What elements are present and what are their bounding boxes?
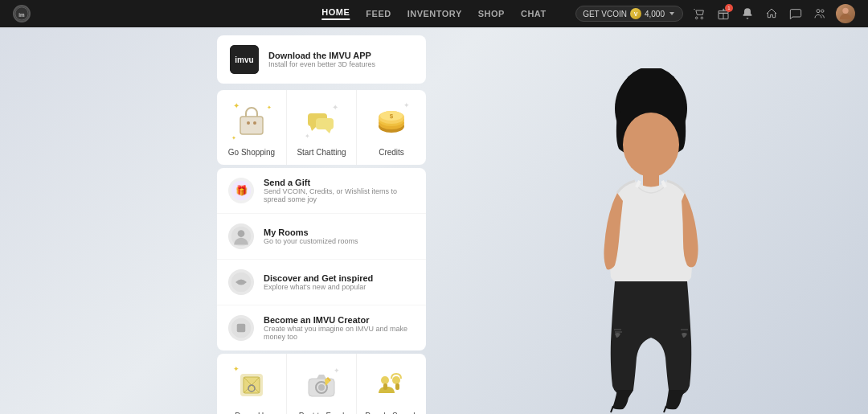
imvu-logo-icon: im: [13, 5, 31, 23]
action-cards: ✦ ✦ ✦ Go Shopping ✦ ✦: [217, 90, 426, 165]
chatting-icon-wrap: ✦ ✦: [301, 101, 342, 141]
svg-rect-13: [316, 118, 334, 129]
svg-point-4: [817, 10, 820, 13]
svg-point-34: [318, 384, 325, 391]
sparkle-icon: ✦: [233, 101, 240, 110]
nav-links: HOME FEED INVENTORY SHOP CHAT: [321, 7, 546, 20]
creator-text: Become an IMVU Creator Create what you i…: [264, 315, 415, 341]
credits-icon-wrap: ✦ $: [371, 101, 411, 141]
go-shopping-card[interactable]: ✦ ✦ ✦ Go Shopping: [217, 90, 287, 165]
post-feed-card[interactable]: ✦ Post to Feed: [287, 354, 357, 414]
svg-rect-38: [395, 383, 399, 390]
sparkle-icon: ✦: [233, 365, 240, 373]
free-credits-card[interactable]: ✦ $ Credits: [357, 90, 426, 165]
vcoin-icon: V: [630, 8, 641, 19]
discover-icon-wrap: [228, 269, 254, 295]
my-rooms-title: My Rooms: [264, 227, 358, 237]
avatar-svg: [563, 68, 739, 414]
svg-text:🎁: 🎁: [235, 184, 248, 197]
nav-right-area: GET VCOIN V 4,000 1: [575, 4, 855, 23]
send-gift-text: Send a Gift Send VCOIN, Credits, or Wish…: [264, 178, 415, 203]
nav-shop[interactable]: SHOP: [478, 9, 505, 18]
svg-point-36: [392, 376, 400, 384]
notifications-button[interactable]: [739, 6, 755, 22]
download-banner[interactable]: imvu Download the IMVU APP Install for e…: [217, 35, 426, 84]
people-search-card[interactable]: People Search: [357, 354, 426, 414]
start-chatting-label: Start Chatting: [297, 148, 346, 157]
my-rooms-subtitle: Go to your customized rooms: [264, 237, 358, 245]
svg-point-41: [623, 113, 679, 177]
sparkle-icon: ✦: [403, 101, 410, 109]
send-gift-icon-wrap: 🎁: [228, 178, 254, 203]
send-gift-title: Send a Gift: [264, 178, 415, 187]
download-subtitle: Install for even better 3D features: [268, 60, 375, 68]
sparkle-icon: ✦: [332, 103, 338, 112]
my-rooms-text: My Rooms Go to your customized rooms: [264, 227, 358, 245]
creator-title: Become an IMVU Creator: [264, 315, 415, 325]
nav-feed[interactable]: FEED: [366, 9, 391, 18]
friends-button[interactable]: [812, 6, 828, 22]
creator-icon-wrap: [228, 315, 254, 341]
discover-subtitle: Explore what's new and popular: [264, 283, 373, 291]
cart-icon: [693, 7, 706, 20]
bottom-action-cards: ✦ Dress Up ✦: [217, 354, 426, 414]
user-avatar[interactable]: [836, 4, 855, 23]
gift-button[interactable]: 1: [715, 6, 731, 22]
dress-up-card[interactable]: ✦ Dress Up: [217, 354, 287, 414]
friends-icon: [813, 7, 826, 20]
rooms-icon: [230, 225, 252, 248]
shopping-icon-wrap: ✦ ✦ ✦: [231, 101, 272, 141]
svg-line-46: [611, 406, 613, 412]
free-credits-label: Credits: [379, 148, 404, 157]
gift-badge: 1: [725, 4, 733, 12]
send-gift-subtitle: Send VCOIN, Credits, or Wishlist items t…: [264, 187, 415, 203]
avatar-figure: [563, 68, 739, 414]
creator-item[interactable]: Become an IMVU Creator Create what you i…: [217, 305, 426, 350]
chat-button[interactable]: [788, 6, 804, 22]
send-gift-item[interactable]: 🎁 Send a Gift Send VCOIN, Credits, or Wi…: [217, 168, 426, 214]
start-chatting-card[interactable]: ✦ ✦ Start Chatting: [287, 90, 357, 165]
go-shopping-label: Go Shopping: [228, 148, 275, 157]
nav-logo[interactable]: im: [13, 5, 31, 23]
nav-chat[interactable]: CHAT: [521, 9, 547, 18]
nav-inventory[interactable]: INVENTORY: [407, 9, 462, 18]
home-button[interactable]: [764, 6, 780, 22]
avatar-icon: [837, 5, 854, 23]
get-vcoin-label: GET VCOIN: [583, 10, 627, 18]
svg-point-11: [253, 121, 256, 125]
dress-up-icon-wrap: ✦: [231, 365, 272, 405]
svg-point-5: [821, 10, 824, 12]
cart-button[interactable]: [691, 6, 707, 22]
menu-list: 🎁 Send a Gift Send VCOIN, Credits, or Wi…: [217, 168, 426, 350]
chat-nav-icon: [789, 7, 802, 20]
sparkle-icon: ✦: [305, 133, 310, 140]
right-avatar-area: [434, 27, 868, 414]
download-text: Download the IMVU APP Install for even b…: [268, 51, 375, 68]
my-rooms-icon-wrap: [228, 223, 254, 249]
svg-text:$: $: [390, 113, 394, 120]
main-content: imvu Download the IMVU APP Install for e…: [0, 27, 868, 414]
people-search-icon: [374, 367, 409, 403]
my-rooms-item[interactable]: My Rooms Go to your customized rooms: [217, 214, 426, 260]
discover-text: Discover and Get inspired Explore what's…: [264, 273, 373, 291]
bell-icon: [741, 7, 754, 20]
svg-point-6: [842, 8, 848, 14]
top-navigation: im HOME FEED INVENTORY SHOP CHAT GET VCO…: [0, 0, 868, 27]
get-vcoin-button[interactable]: GET VCOIN V 4,000: [575, 6, 683, 22]
download-title: Download the IMVU APP: [268, 51, 375, 60]
left-panel: imvu Download the IMVU APP Install for e…: [0, 27, 434, 414]
creator-subtitle: Create what you imagine on IMVU and make…: [264, 325, 415, 341]
vcoin-amount: 4,000: [645, 10, 665, 18]
svg-point-35: [381, 376, 389, 384]
home-icon: [765, 7, 778, 20]
sparkle-icon: ✦: [231, 135, 236, 141]
discover-icon: [230, 271, 252, 293]
sparkle-icon: ✦: [267, 105, 272, 111]
nav-home[interactable]: HOME: [321, 7, 350, 20]
discover-item[interactable]: Discover and Get inspired Explore what's…: [217, 260, 426, 305]
discover-title: Discover and Get inspired: [264, 273, 373, 283]
svg-marker-2: [669, 12, 674, 15]
svg-point-10: [247, 121, 250, 125]
people-search-icon-wrap: [371, 365, 411, 405]
creator-icon: [230, 317, 252, 339]
